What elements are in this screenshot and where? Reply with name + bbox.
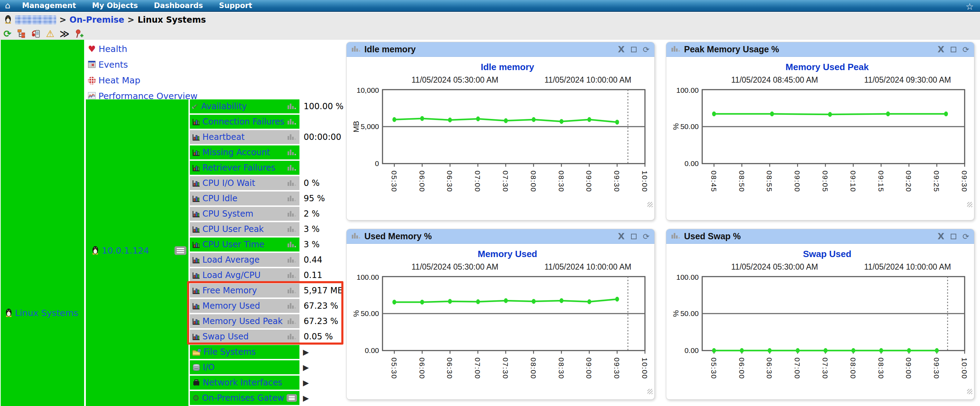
metric-label[interactable]: Swap Used (202, 332, 285, 341)
component-link[interactable]: Linux Systems (15, 308, 78, 318)
refresh-icon[interactable]: ⟳ (3, 28, 11, 39)
metric-label[interactable]: File Systems (204, 347, 297, 357)
more-chevrons-icon[interactable]: ≫ (60, 28, 70, 39)
history-chart-icon[interactable] (287, 287, 297, 294)
nav-item-support[interactable]: Support (219, 2, 252, 10)
close-icon[interactable]: X (618, 231, 624, 241)
refresh-icon[interactable]: ⟳ (963, 45, 969, 54)
close-icon[interactable]: X (937, 44, 944, 54)
metric-label[interactable]: CPU User Time (202, 239, 285, 249)
metric-label[interactable]: Network Interfaces (203, 378, 297, 387)
metric-box-cpu-system[interactable]: CPU System (190, 207, 299, 221)
expand-arrow-icon[interactable]: ▶ (303, 363, 309, 372)
resize-handle[interactable] (648, 202, 652, 207)
metric-label[interactable]: CPU User Peak (202, 224, 285, 234)
panel-header[interactable]: Used Memory % X ⟳ (347, 229, 654, 244)
metric-label[interactable]: Heartbeat (202, 132, 285, 142)
history-chart-icon[interactable] (287, 241, 297, 248)
history-chart-icon[interactable] (287, 210, 297, 217)
tree-item-heat-map[interactable]: Heat Map (88, 73, 197, 88)
resize-handle[interactable] (967, 202, 972, 207)
metric-label[interactable]: CPU Idle (202, 193, 285, 203)
metric-box-missing-account[interactable]: Missing Account (190, 146, 299, 159)
metric-label[interactable]: I/O (203, 362, 297, 372)
tree-item-events[interactable]: Events (88, 57, 197, 73)
expand-arrow-icon[interactable]: ▶ (303, 379, 309, 387)
maximize-icon[interactable] (631, 234, 636, 239)
metric-label[interactable]: On-Premises Gateway (202, 393, 284, 403)
history-chart-icon[interactable] (287, 226, 297, 233)
tree-item-label[interactable]: Health (99, 44, 127, 54)
resize-handle[interactable] (648, 389, 652, 394)
maximize-icon[interactable] (951, 234, 956, 239)
host-menu-icon[interactable] (175, 246, 186, 255)
metric-menu-icon[interactable] (286, 394, 297, 402)
history-chart-icon[interactable] (287, 180, 297, 187)
history-chart-icon[interactable] (287, 256, 297, 263)
history-chart-icon[interactable] (287, 272, 297, 279)
tree-item-label[interactable]: Heat Map (99, 75, 140, 86)
home-icon[interactable]: ⌂ (5, 2, 10, 10)
maximize-icon[interactable] (631, 47, 636, 52)
tree-item-health[interactable]: ♥ Health (88, 41, 197, 57)
history-chart-icon[interactable] (287, 333, 297, 340)
close-icon[interactable]: X (937, 231, 944, 241)
history-chart-icon[interactable] (287, 149, 297, 156)
alarm-device-icon[interactable] (31, 28, 41, 39)
history-chart-icon[interactable] (287, 103, 297, 110)
metric-label[interactable]: Memory Used Peak (202, 316, 285, 326)
metric-label[interactable]: Memory Used (202, 301, 285, 311)
metric-label[interactable]: Load Average (202, 255, 285, 265)
metric-box-memory-used-peak[interactable]: Memory Used Peak (190, 314, 299, 328)
panel-header[interactable]: Used Swap % X ⟳ (666, 229, 974, 244)
nav-item-my-objects[interactable]: My Objects (92, 2, 138, 10)
history-chart-icon[interactable] (287, 195, 297, 202)
metric-box-availability[interactable]: ✔Availability (190, 99, 299, 113)
metric-box-cpu-idle[interactable]: CPU Idle (190, 192, 299, 205)
favorite-star-icon[interactable]: ☆ (966, 2, 974, 12)
history-chart-icon[interactable] (287, 302, 297, 309)
metric-box-load-average[interactable]: Load Average (190, 253, 299, 267)
metric-box-swap-used[interactable]: Swap Used (190, 330, 299, 344)
refresh-icon[interactable]: ⟳ (963, 232, 969, 241)
tree-item-label[interactable]: Events (99, 60, 128, 70)
metric-box-free-memory[interactable]: Free Memory (190, 284, 299, 298)
host-link[interactable]: 10.0.1.124 (102, 246, 172, 256)
metric-box-file-systems[interactable]: File Systems (190, 345, 299, 359)
metric-label[interactable]: Connection Failures (202, 117, 285, 127)
breadcrumb-link-on-premise[interactable]: On-Premise (70, 15, 124, 25)
metric-box-cpu-i-o-wait[interactable]: CPU I/O Wait (190, 176, 299, 190)
metric-box-connection-failures[interactable]: Connection Failures (190, 115, 299, 129)
refresh-icon[interactable]: ⟳ (643, 45, 649, 54)
refresh-icon[interactable]: ⟳ (643, 232, 649, 241)
metric-box-cpu-user-time[interactable]: CPU User Time (190, 238, 299, 252)
metric-label[interactable]: Retriever Failures (202, 163, 285, 173)
history-chart-icon[interactable] (287, 164, 297, 171)
nav-item-dashboards[interactable]: Dashboards (154, 2, 203, 10)
metric-box-i-o[interactable]: I/O (190, 360, 299, 374)
metric-box-cpu-user-peak[interactable]: CPU User Peak (190, 222, 299, 236)
maximize-icon[interactable] (951, 47, 956, 52)
metric-label[interactable]: Load Avg/CPU (202, 270, 285, 280)
panel-header[interactable]: Idle memory X ⟳ (347, 42, 654, 57)
history-chart-icon[interactable] (287, 118, 297, 125)
topology-icon[interactable] (17, 28, 26, 39)
expand-arrow-icon[interactable]: ▶ (303, 348, 309, 357)
panel-header[interactable]: Peak Memory Usage % X ⟳ (666, 42, 974, 57)
nav-item-management[interactable]: Management (22, 2, 76, 10)
metric-label[interactable]: CPU System (202, 209, 285, 219)
metric-label[interactable]: Missing Account (202, 147, 285, 157)
history-chart-icon[interactable] (287, 133, 297, 141)
pin-add-icon[interactable] (75, 28, 84, 39)
metric-label[interactable]: CPU I/O Wait (202, 178, 285, 188)
metric-box-network-interfaces[interactable]: Network Interfaces (190, 376, 299, 390)
resize-handle[interactable] (967, 389, 972, 394)
metric-box-retriever-failures[interactable]: Retriever Failures (190, 161, 299, 175)
metric-label[interactable]: Availability (201, 102, 285, 111)
warning-icon[interactable]: ⚠ (46, 28, 54, 39)
expand-arrow-icon[interactable]: ▶ (303, 394, 309, 403)
metric-box-load-avg-cpu[interactable]: Load Avg/CPU (190, 268, 299, 282)
close-icon[interactable]: X (618, 44, 624, 54)
history-chart-icon[interactable] (287, 318, 297, 325)
metric-box-memory-used[interactable]: Memory Used (190, 299, 299, 313)
